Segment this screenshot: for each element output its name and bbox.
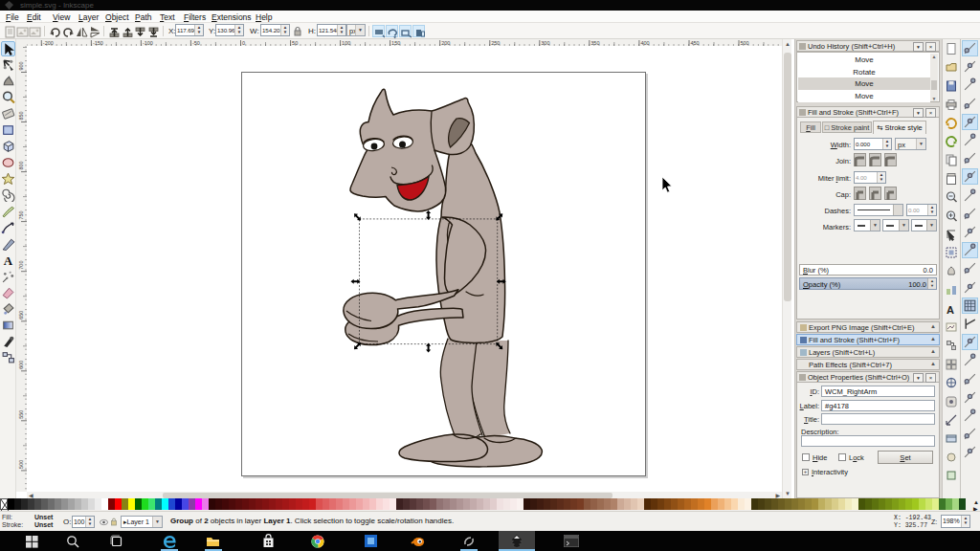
svg-text:400: 400	[640, 40, 649, 46]
svg-text:450: 450	[691, 40, 700, 46]
svg-text:300: 300	[541, 40, 549, 46]
svg-text:50: 50	[292, 40, 298, 46]
svg-text:900: 900	[18, 61, 24, 70]
svg-text:350: 350	[590, 40, 599, 46]
svg-text:-100: -100	[143, 40, 153, 46]
svg-text:-150: -150	[93, 40, 103, 46]
svg-text:550: 550	[18, 410, 24, 419]
svg-text:200: 200	[441, 40, 450, 46]
svg-text:750: 750	[18, 210, 24, 219]
svg-text:800: 800	[18, 161, 24, 169]
svg-text:500: 500	[741, 40, 749, 46]
svg-text:650: 650	[18, 311, 24, 320]
svg-text:600: 600	[18, 361, 24, 369]
svg-text:100: 100	[342, 40, 350, 46]
svg-text:500: 500	[18, 460, 24, 469]
svg-text:-200: -200	[43, 40, 54, 46]
svg-text:A: A	[947, 303, 954, 315]
svg-text:700: 700	[18, 261, 24, 270]
svg-text:250: 250	[491, 40, 500, 46]
svg-text:A: A	[4, 254, 13, 267]
svg-text:-50: -50	[192, 40, 200, 46]
svg-text:150: 150	[391, 40, 400, 46]
svg-text:0: 0	[242, 40, 245, 46]
svg-text:850: 850	[18, 111, 24, 120]
